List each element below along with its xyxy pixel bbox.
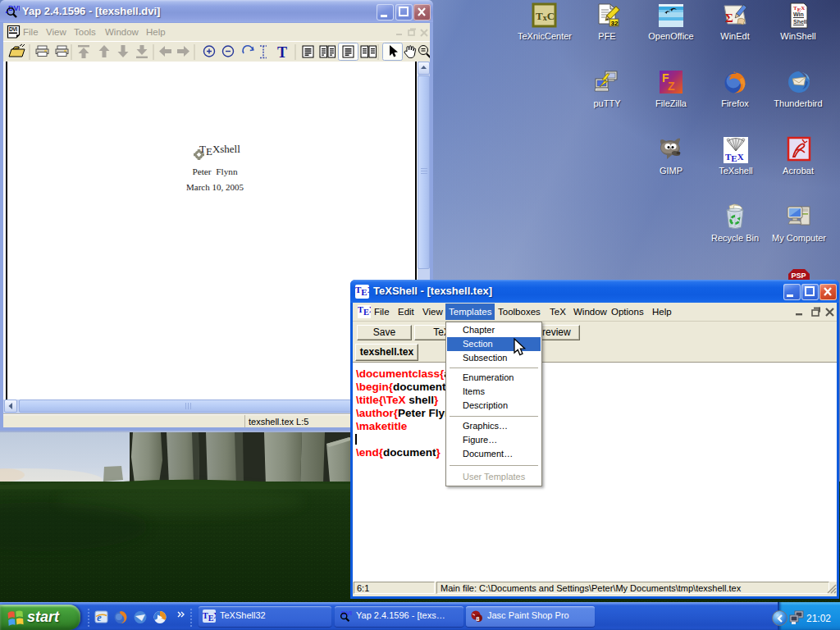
svg-text:PSP: PSP <box>792 272 806 280</box>
svg-text:Win: Win <box>793 11 804 17</box>
svg-text:T: T <box>277 44 287 61</box>
svg-text:Z: Z <box>668 80 675 93</box>
svg-text:TEX: TEX <box>725 152 744 163</box>
svg-text:8: 8 <box>476 615 480 623</box>
svg-text:DVI: DVI <box>9 26 17 32</box>
svg-text:e: e <box>97 611 102 623</box>
svg-text:32: 32 <box>611 20 619 27</box>
svg-text:Σ: Σ <box>725 11 733 25</box>
svg-text:Shell: Shell <box>793 19 807 25</box>
